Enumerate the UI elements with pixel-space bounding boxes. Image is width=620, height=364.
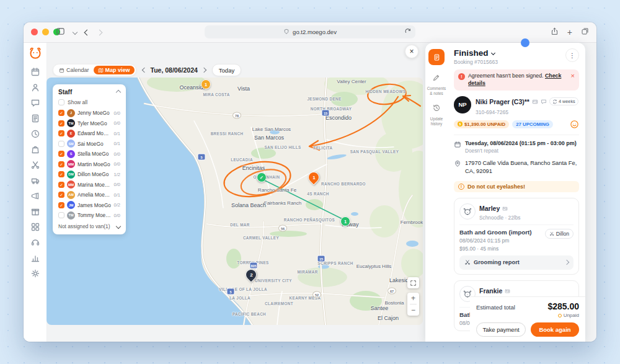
- current-date[interactable]: Tue, 08/06/2024: [151, 66, 198, 74]
- close-window-button[interactable]: [31, 29, 38, 35]
- take-payment-button[interactable]: Take payment: [476, 322, 526, 337]
- map-view-tab[interactable]: Map view: [94, 66, 135, 74]
- show-all-checkbox[interactable]: [58, 99, 64, 105]
- staff-row[interactable]: ✓EEdward MoeGo0/1: [53, 128, 126, 139]
- zoom-in-button[interactable]: +: [407, 293, 419, 304]
- payment-status: Unpaid: [564, 313, 579, 318]
- staff-row[interactable]: ✓JJenny MoeGo0/0: [53, 108, 126, 118]
- share-icon[interactable]: [551, 27, 559, 38]
- calendar-view-tab[interactable]: Calendar: [55, 66, 94, 74]
- user-avatar[interactable]: [521, 38, 529, 47]
- staff-row[interactable]: ✓AMAmelia MoeGo0/1: [53, 190, 126, 200]
- staff-name: Stella MoeGo: [78, 151, 112, 157]
- clients-icon[interactable]: [27, 80, 43, 95]
- calendar-icon[interactable]: [27, 64, 43, 79]
- collapse-staff-panel-icon[interactable]: [116, 89, 121, 94]
- staff-row[interactable]: ✓SStella MoeGo0/0: [53, 149, 126, 159]
- staff-checkbox[interactable]: [58, 212, 64, 218]
- appointments-icon[interactable]: [27, 111, 43, 126]
- unpaid-status-icon: [558, 314, 562, 317]
- map-marker[interactable]: 1: [340, 216, 350, 226]
- not-assigned-row[interactable]: Not assigned to van(1): [53, 221, 126, 233]
- staff-row[interactable]: ✓DMDillon MoeGo1/2: [53, 169, 126, 180]
- tab-comments-notes[interactable]: Comments & notes: [426, 73, 447, 95]
- grooming-icon[interactable]: [27, 158, 43, 172]
- staff-checkbox[interactable]: ✓: [58, 161, 64, 167]
- tab-overview-icon[interactable]: [581, 27, 589, 38]
- staff-checkbox[interactable]: ✓: [58, 130, 64, 136]
- staff-row[interactable]: SMSai MoeGo0/1: [53, 139, 126, 149]
- upcoming-badge[interactable]: 27 UPCOMING: [512, 120, 553, 128]
- map-marker[interactable]: 1: [201, 79, 211, 89]
- staff-row[interactable]: ✓JMJames MoeGo0/2: [53, 200, 126, 211]
- previous-day-icon[interactable]: [141, 68, 146, 73]
- staff-row[interactable]: ✓TMTyler MoeGo0/0: [53, 118, 126, 129]
- moego-logo[interactable]: [28, 46, 43, 61]
- client-avatar[interactable]: NP: [454, 96, 471, 113]
- pet-name[interactable]: Frankie: [479, 287, 502, 295]
- minimize-window-button[interactable]: [42, 29, 49, 35]
- show-all-staff-toggle[interactable]: Show all: [53, 98, 126, 108]
- settings-icon[interactable]: [27, 266, 43, 281]
- back-button[interactable]: [84, 29, 91, 35]
- staff-row[interactable]: ✓MMMarina MoeGo0/0: [53, 180, 126, 190]
- integrations-icon[interactable]: [27, 220, 43, 234]
- satisfaction-icon[interactable]: [570, 120, 579, 129]
- staff-checkbox[interactable]: ✓: [58, 120, 64, 127]
- url-text: go.t2.moego.dev: [293, 29, 337, 35]
- today-button[interactable]: Today: [212, 64, 241, 76]
- close-map-button[interactable]: ×: [405, 45, 418, 58]
- staff-checkbox[interactable]: ✓: [58, 151, 64, 157]
- zoom-out-button[interactable]: −: [407, 304, 419, 316]
- tab-info[interactable]: [426, 49, 447, 65]
- client-message-icon[interactable]: [541, 96, 547, 107]
- tab-group-chevron-icon[interactable]: [73, 30, 78, 35]
- staff-count: 0/2: [114, 202, 120, 208]
- staff-row[interactable]: ✓MMMartin MoeGo0/0: [53, 159, 126, 170]
- staff-checkbox[interactable]: [58, 141, 64, 147]
- map-canvas[interactable]: OceansideMIRA COSTAVistaValley CenterJES…: [46, 78, 423, 325]
- staff-avatar: AM: [67, 191, 75, 199]
- tab-update-history[interactable]: Update history: [426, 104, 447, 126]
- service-name: Bath and Groom (import): [459, 229, 545, 236]
- reload-icon[interactable]: [404, 28, 412, 37]
- client-name[interactable]: Niki Prager (C3)**: [476, 98, 529, 105]
- sidebar-toggle-icon[interactable]: [56, 27, 65, 38]
- appointment-detail: Finished Booking #7015663 ⋮ ! Agreement …: [448, 43, 585, 342]
- reports-icon[interactable]: [27, 251, 43, 265]
- van-icon[interactable]: [27, 173, 43, 188]
- map-marker[interactable]: ✓: [257, 172, 267, 182]
- waitlist-icon[interactable]: [27, 127, 43, 141]
- grooming-report-button[interactable]: Grooming report: [459, 255, 574, 270]
- agreement-alert: ! Agreement hasn't been signed. Check de…: [454, 69, 579, 91]
- appointment-status-dropdown[interactable]: Finished: [454, 48, 498, 58]
- pet-name[interactable]: Marley: [479, 205, 500, 212]
- staff-panel-title: Staff: [58, 89, 72, 95]
- support-icon[interactable]: [27, 235, 43, 250]
- staff-checkbox[interactable]: ✓: [58, 171, 64, 177]
- map-fullscreen-icon[interactable]: [407, 277, 419, 288]
- staff-checkbox[interactable]: ✓: [58, 182, 64, 188]
- staff-checkbox[interactable]: ✓: [58, 192, 64, 198]
- messages-icon[interactable]: [27, 95, 43, 110]
- retail-icon[interactable]: [27, 142, 43, 157]
- comments-icon: [432, 73, 441, 84]
- unpaid-amount-badge[interactable]: $ $1,390.00 UNPAID: [454, 120, 509, 128]
- address-bar[interactable]: go.t2.moego.dev: [205, 25, 415, 38]
- client-profile-icon[interactable]: [532, 96, 538, 107]
- staff-checkbox[interactable]: ✓: [58, 110, 64, 116]
- appointment-address[interactable]: 17970 Calle Vida Buena, Rancho Santa Fe,…: [465, 159, 579, 175]
- staff-row[interactable]: TMTommy MoeGo0/0: [53, 210, 126, 221]
- book-again-button[interactable]: Book again: [531, 322, 579, 337]
- next-day-icon[interactable]: [202, 68, 206, 73]
- new-tab-icon[interactable]: +: [567, 28, 572, 37]
- show-all-label: Show all: [68, 99, 87, 105]
- dismiss-alert-icon[interactable]: ×: [571, 73, 575, 79]
- marketing-icon[interactable]: [27, 189, 43, 203]
- packages-icon[interactable]: [27, 204, 43, 219]
- repeat-frequency-badge: 4 weeks: [549, 97, 578, 105]
- service-staff-badge[interactable]: Dillon: [545, 229, 574, 239]
- staff-checkbox[interactable]: ✓: [58, 202, 64, 208]
- forward-button[interactable]: [97, 29, 103, 35]
- more-options-button[interactable]: ⋮: [565, 48, 579, 62]
